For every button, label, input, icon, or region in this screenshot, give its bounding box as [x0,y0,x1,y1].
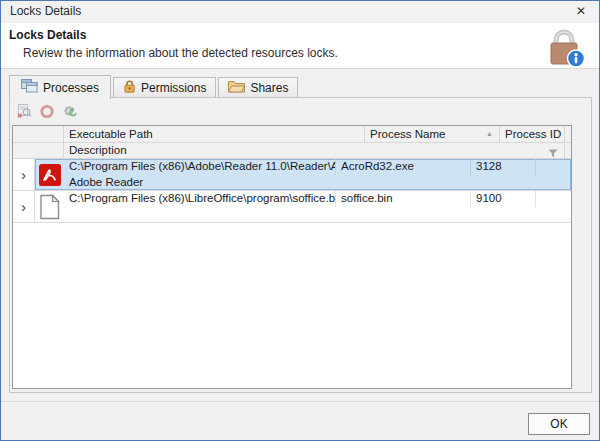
tab-strip: Processes Permissions Shares [9,75,300,98]
cell-executable-path: C:\Program Files (x86)\LibreOffice\progr… [64,191,336,207]
padlock-icon [123,79,136,96]
find-process-button[interactable] [16,103,32,119]
adobe-reader-icon [35,159,64,190]
dialog-header: Locks Details Review the information abo… [1,23,599,69]
grid-header-row: Executable Path Process Name ▲ Process I… [13,126,571,143]
table-row[interactable]: › C:\Program Files (x86)\LibreOffice\pro… [13,191,571,223]
title-bar: Locks Details ✕ [1,1,599,23]
row-expander[interactable]: › [13,159,35,190]
locks-grid: Executable Path Process Name ▲ Process I… [12,125,572,389]
tab-label: Shares [250,81,288,95]
tab-shares[interactable]: Shares [218,77,298,97]
processes-tab-page: Executable Path Process Name ▲ Process I… [9,97,592,393]
column-header-process-id[interactable]: Process ID [500,126,565,143]
cell-process-id: 3128 [471,159,536,175]
terminate-process-button[interactable] [39,103,55,119]
grid-toolbar [16,103,78,119]
chevron-right-icon: › [21,199,26,215]
close-button[interactable]: ✕ [571,3,591,20]
cell-process-name: soffice.bin [336,191,471,207]
refresh-button[interactable] [62,103,78,119]
cell-description: Adobe Reader [64,175,571,190]
locks-details-dialog: Locks Details ✕ Locks Details Review the… [0,0,600,441]
column-header-process-name[interactable]: Process Name ▲ [365,126,500,143]
band-filler [565,143,571,159]
shared-folder-icon [228,80,245,96]
close-icon: ✕ [576,4,586,18]
chevron-right-icon: › [21,167,26,183]
ok-button[interactable]: OK [528,413,590,435]
page-subtitle: Review the information about the detecte… [23,46,338,60]
sort-ascending-icon: ▲ [486,130,493,138]
tab-processes[interactable]: Processes [9,75,111,99]
tab-label: Permissions [141,81,206,95]
tab-permissions[interactable]: Permissions [113,77,216,97]
generic-document-icon [35,191,64,222]
page-title: Locks Details [9,28,86,42]
cell-process-name: AcroRd32.exe [336,159,471,175]
header-filler [565,126,571,143]
window-title: Locks Details [10,4,81,18]
filter-icon[interactable] [548,147,558,159]
dialog-footer: OK [1,401,599,440]
grid-band-row: Description [13,143,571,159]
tab-label: Processes [43,81,99,95]
row-expander[interactable]: › [13,191,35,222]
cell-description [64,207,571,222]
header-corner-cell [13,126,64,143]
lock-info-icon [541,26,587,71]
cell-executable-path: C:\Program Files (x86)\Adobe\Reader 11.0… [64,159,336,175]
find-window-icon [16,103,32,119]
table-row[interactable]: › C:\Program Files (x86)\Adobe\Reader 11… [13,159,571,191]
processes-windows-icon [21,79,38,96]
band-corner-cell [13,143,64,159]
cell-process-id: 9100 [471,191,536,207]
terminate-process-icon [39,103,55,119]
column-header-executable-path[interactable]: Executable Path [64,126,365,143]
refresh-gear-icon [62,103,78,119]
band-header-description: Description [64,143,565,159]
